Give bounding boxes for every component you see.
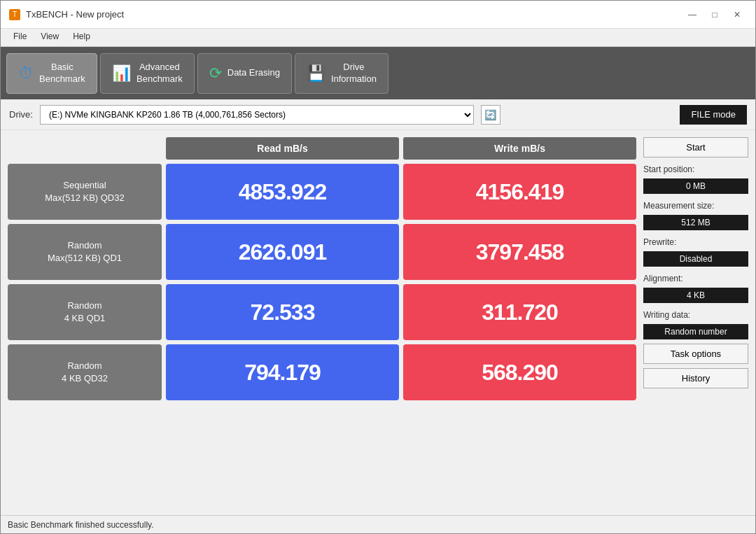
status-bar: Basic Benchmark finished successfully. [1,515,755,533]
table-row: SequentialMax(512 KB) QD32 4853.922 4156… [8,164,636,220]
header-write: Write mB/s [403,137,636,160]
prewrite-label: Prewrite: [643,237,748,247]
status-text: Basic Benchmark finished successfully. [8,520,154,530]
content-area: Drive: (E:) NVMe KINGBANK KP260 1.86 TB … [1,99,755,515]
main-window: T TxBENCH - New project — □ ✕ File View … [0,0,756,534]
drive-select[interactable]: (E:) NVMe KINGBANK KP260 1.86 TB (4,000,… [40,105,474,125]
write-value-1: 4156.419 [403,164,636,220]
advanced-benchmark-icon: 📊 [112,64,131,83]
app-icon: T [9,9,20,20]
minimize-button[interactable]: — [682,8,702,22]
data-erasing-label: Data Erasing [227,67,280,79]
write-value-3: 311.720 [403,284,636,340]
window-title: TxBENCH - New project [26,9,124,20]
drive-information-label: DriveInformation [331,62,377,85]
basic-benchmark-icon: ⏱ [18,64,34,83]
toolbar-drive-information[interactable]: 💾 DriveInformation [295,53,388,94]
drive-bar: Drive: (E:) NVMe KINGBANK KP260 1.86 TB … [1,99,755,130]
table-header-row: Read mB/s Write mB/s [8,137,636,160]
drive-information-icon: 💾 [307,64,326,83]
drive-label: Drive: [9,109,33,120]
title-controls: — □ ✕ [682,8,747,22]
prewrite-value: Disabled [643,251,748,267]
benchmark-table: Read mB/s Write mB/s SequentialMax(512 K… [8,137,636,508]
task-name-3: Random4 KB QD1 [8,284,162,340]
header-col1 [8,137,162,160]
alignment-value: 4 KB [643,288,748,303]
alignment-label: Alignment: [643,274,748,283]
start-position-label: Start position: [643,164,748,174]
read-value-4: 794.179 [166,344,399,400]
task-name-1: SequentialMax(512 KB) QD32 [8,164,162,220]
read-value-1: 4853.922 [166,164,399,220]
measurement-size-value: 512 MB [643,215,748,230]
title-bar: T TxBENCH - New project — □ ✕ [1,1,755,29]
basic-benchmark-label: BasicBenchmark [39,62,85,85]
toolbar-data-erasing[interactable]: ⟳ Data Erasing [197,53,292,94]
table-row: Random4 KB QD32 794.179 568.290 [8,344,636,400]
table-row: RandomMax(512 KB) QD1 2626.091 3797.458 [8,224,636,280]
main-layout: Read mB/s Write mB/s SequentialMax(512 K… [1,130,755,515]
data-erasing-icon: ⟳ [209,64,222,83]
read-value-3: 72.533 [166,284,399,340]
task-options-button[interactable]: Task options [643,344,748,364]
measurement-size-label: Measurement size: [643,201,748,211]
close-button[interactable]: ✕ [727,8,747,22]
maximize-button[interactable]: □ [705,8,724,22]
start-position-value: 0 MB [643,178,748,194]
write-value-2: 3797.458 [403,224,636,280]
header-read: Read mB/s [166,137,399,160]
menu-view[interactable]: View [34,30,66,45]
menu-help[interactable]: Help [66,30,97,45]
drive-refresh-button[interactable]: 🔄 [481,105,500,125]
writing-data-label: Writing data: [643,310,748,320]
toolbar: ⏱ BasicBenchmark 📊 AdvancedBenchmark ⟳ D… [1,47,755,99]
toolbar-basic-benchmark[interactable]: ⏱ BasicBenchmark [6,53,97,94]
task-name-4: Random4 KB QD32 [8,344,162,400]
menu-bar: File View Help [1,29,755,47]
start-button[interactable]: Start [643,137,748,157]
title-bar-left: T TxBENCH - New project [9,9,124,20]
advanced-benchmark-label: AdvancedBenchmark [136,62,183,85]
write-value-4: 568.290 [403,344,636,400]
history-button[interactable]: History [643,368,748,388]
menu-file[interactable]: File [6,30,34,45]
right-panel: Start Start position: 0 MB Measurement s… [643,137,748,508]
read-value-2: 2626.091 [166,224,399,280]
toolbar-advanced-benchmark[interactable]: 📊 AdvancedBenchmark [100,53,195,94]
task-name-2: RandomMax(512 KB) QD1 [8,224,162,280]
table-row: Random4 KB QD1 72.533 311.720 [8,284,636,340]
file-mode-button[interactable]: FILE mode [680,105,747,125]
writing-data-value: Random number [643,324,748,339]
